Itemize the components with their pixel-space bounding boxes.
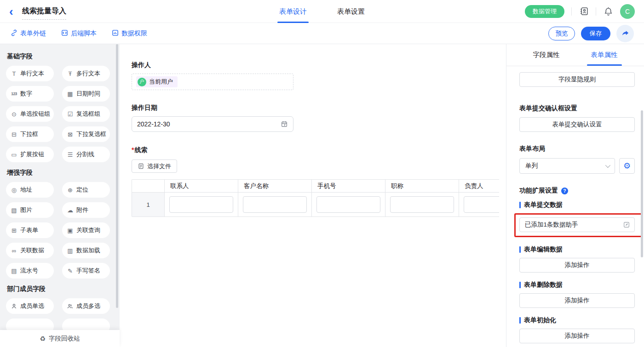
operate-date-input[interactable]: 2022-12-30 xyxy=(132,116,293,132)
panel-tab-form-props[interactable]: 表单属性 xyxy=(587,44,622,66)
toolbar-link-external-link[interactable]: 表单外链 xyxy=(10,29,46,38)
properties-panel: 字段属性表单属性 字段显隐规则 表单提交确认框设置 表单提交确认设置 表单布局 … xyxy=(506,44,644,347)
add-operation-button[interactable]: 添加操作 xyxy=(519,329,635,343)
panel-content: 字段显隐规则 表单提交确认框设置 表单提交确认设置 表单布局 单列 ⚙ 功能扩展… xyxy=(506,66,644,347)
linked-data-icon: ∞ xyxy=(10,247,18,254)
sidebar-item-select[interactable]: ⊟下拉框 xyxy=(6,126,54,142)
sidebar-item-multi-line-text[interactable]: Ŧ多行文本 xyxy=(62,66,110,81)
table-cell-input-0[interactable] xyxy=(169,196,233,213)
add-operation-button[interactable]: 添加操作 xyxy=(519,293,635,308)
table-cell-input-2[interactable] xyxy=(316,196,380,213)
checkbox-group-icon: ☑ xyxy=(66,111,74,118)
save-button[interactable]: 保存 xyxy=(581,27,610,40)
sidebar-item-attachment[interactable]: ☁附件 xyxy=(62,202,110,218)
data-manage-button[interactable]: 数据管理 xyxy=(525,5,564,18)
field-recycle-bin[interactable]: ♻ 字段回收站 xyxy=(0,330,120,347)
sidebar-item-checkbox-group[interactable]: ☑复选框组 xyxy=(62,106,110,122)
table-cell xyxy=(385,193,459,216)
sidebar-item-label: 成员多选 xyxy=(76,302,100,310)
sidebar-item-label: 下拉框 xyxy=(20,130,38,138)
extension-settings-title: 功能扩展设置 ? xyxy=(519,187,635,195)
address-book-icon[interactable] xyxy=(579,6,589,17)
sidebar-item-member-single[interactable]: 成员单选 xyxy=(6,298,54,314)
sidebar-item-subform[interactable]: ⊞子表单 xyxy=(6,222,54,238)
sidebar-item-linked-query[interactable]: ▣关联查询 xyxy=(62,222,110,238)
sidebar-item-hidden[interactable] xyxy=(62,319,110,330)
multi-select-icon: ⊠ xyxy=(66,131,74,138)
submit-confirm-button[interactable]: 表单提交确认设置 xyxy=(519,117,635,132)
toolbar-link-data-permission[interactable]: 数据权限 xyxy=(111,29,147,38)
preview-button[interactable]: 预览 xyxy=(548,27,575,40)
divider-icon: ☰ xyxy=(66,151,74,158)
select-icon: ⊟ xyxy=(10,131,18,138)
user-avatar[interactable]: C xyxy=(620,4,635,19)
sidebar-item-number[interactable]: 123数字 xyxy=(6,86,54,102)
address-icon: ◎ xyxy=(10,187,18,193)
backend-script-icon xyxy=(61,29,69,38)
form-designer-app: ‹ 线索批量导入 表单设计表单设置 数据管理 C xyxy=(0,0,644,347)
sidebar-item-label: 子表单 xyxy=(20,226,38,234)
sidebar-item-single-line-text[interactable]: T单行文本 xyxy=(6,66,54,81)
help-icon[interactable]: ? xyxy=(561,188,568,194)
operator-field[interactable]: 户 当前用户 xyxy=(132,74,293,90)
choose-file-button[interactable]: 选择文件 xyxy=(132,159,177,173)
share-arrow-icon xyxy=(621,29,630,38)
sidebar-item-member-multi[interactable]: 成员多选 xyxy=(62,298,110,314)
table-cell-input-1[interactable] xyxy=(243,196,307,213)
sidebar-item-location[interactable]: ⊕定位 xyxy=(62,182,110,198)
operate-date-value: 2022-12-30 xyxy=(137,120,170,128)
file-icon xyxy=(138,163,144,170)
sidebar-item-multi-select[interactable]: ⊠下拉复选框 xyxy=(62,126,110,142)
layout-select[interactable]: 单列 xyxy=(519,158,615,174)
sidebar-item-linked-data[interactable]: ∞关联数据 xyxy=(6,243,54,258)
extension-section-label: 表单初始化 xyxy=(519,316,635,324)
sidebar-group-title: 增强字段 xyxy=(7,169,120,177)
field-visibility-rules-button[interactable]: 字段显隐规则 xyxy=(519,72,635,87)
panel-scrollbar[interactable] xyxy=(641,110,643,257)
sidebar-item-label: 数据加载 xyxy=(76,246,100,255)
external-link-icon xyxy=(10,29,18,38)
main-tab-form-design[interactable]: 表单设计 xyxy=(278,0,308,23)
table-row-index: 1 xyxy=(132,193,165,216)
form-canvas: 操作人 户 当前用户 操作日期 2022-12-30 *线索 xyxy=(120,44,506,347)
share-button[interactable] xyxy=(616,25,634,42)
operator-field-label: 操作人 xyxy=(132,61,506,69)
back-icon[interactable]: ‹ xyxy=(9,6,17,17)
sidebar-item-label: 地址 xyxy=(20,186,32,194)
sidebar-item-divider[interactable]: ☰分割线 xyxy=(62,147,110,162)
edit-icon[interactable] xyxy=(623,221,630,228)
layout-select-value: 单列 xyxy=(525,162,538,170)
sidebar-group-items: 成员单选成员多选 xyxy=(6,298,120,330)
layout-settings-button[interactable]: ⚙ xyxy=(619,158,635,174)
table-cell-input-3[interactable] xyxy=(390,196,454,213)
panel-tabs: 字段属性表单属性 xyxy=(506,44,644,66)
sidebar-item-data-load[interactable]: ▥数据加载 xyxy=(62,243,110,258)
add-operation-button[interactable]: 添加操作 xyxy=(519,258,635,273)
sidebar-item-hidden[interactable] xyxy=(6,319,54,330)
current-user-tag[interactable]: 户 当前用户 xyxy=(136,76,178,87)
datetime-icon: ▦ xyxy=(66,91,74,97)
sidebar-item-serial-number[interactable]: ▤流水号 xyxy=(6,263,54,279)
extension-sections: 表单提交数据已添加1条数据助手表单编辑数据添加操作表单删除数据添加操作表单初始化… xyxy=(519,201,635,347)
sidebar-item-image[interactable]: ▧图片 xyxy=(6,202,54,218)
data-assistant-entry[interactable]: 已添加1条数据助手 xyxy=(519,217,635,232)
table-cell-input-4[interactable] xyxy=(464,196,499,213)
toolbar-link-backend-script[interactable]: 后端脚本 xyxy=(61,29,97,38)
extension-section-label: 表单编辑数据 xyxy=(519,245,635,254)
sidebar-item-address[interactable]: ◎地址 xyxy=(6,182,54,198)
divider xyxy=(596,7,596,16)
sidebar-item-signature[interactable]: ✎手写签名 xyxy=(62,263,110,279)
sidebar-item-datetime[interactable]: ▦日期时间 xyxy=(62,86,110,102)
single-line-text-icon: T xyxy=(10,70,18,77)
sidebar-scrollbar[interactable] xyxy=(116,44,118,308)
gear-icon: ⚙ xyxy=(623,162,631,170)
panel-tab-field-props[interactable]: 字段属性 xyxy=(529,44,564,66)
notification-bell-icon[interactable] xyxy=(603,6,613,17)
divider xyxy=(571,7,572,16)
page-title[interactable]: 线索批量导入 xyxy=(22,6,66,16)
sidebar-item-label: 手写签名 xyxy=(76,267,100,275)
sidebar-item-extend-button[interactable]: ▭扩展按钮 xyxy=(6,147,54,162)
sidebar-item-radio-group[interactable]: ⊙单选按钮组 xyxy=(6,106,54,122)
main-tab-form-settings[interactable]: 表单设置 xyxy=(336,0,366,23)
sidebar-item-label: 附件 xyxy=(76,206,88,214)
